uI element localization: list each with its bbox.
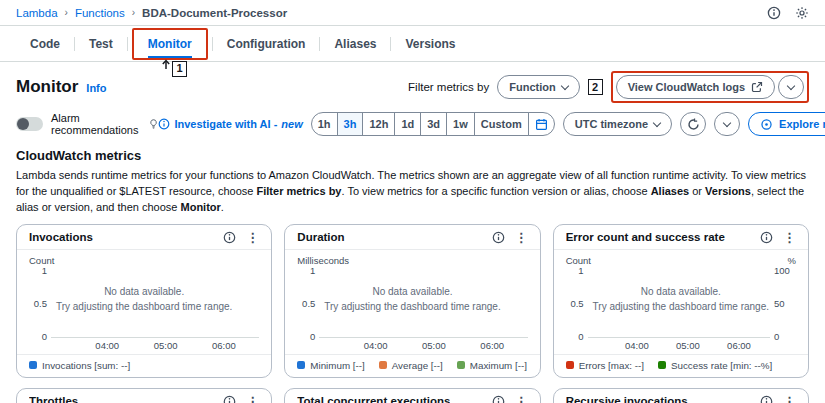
- info-icon[interactable]: [223, 231, 236, 244]
- tab-configuration[interactable]: Configuration: [213, 28, 320, 60]
- info-icon[interactable]: [223, 395, 236, 403]
- card-title: Error count and success rate: [566, 231, 725, 243]
- x-tick: 06:00: [727, 340, 751, 351]
- help-icon[interactable]: [767, 6, 781, 20]
- time-range-3h[interactable]: 3h: [337, 112, 364, 136]
- explore-related-button[interactable]: Explore related: [748, 112, 825, 136]
- time-range-control: 1h 3h 12h 1d 3d 1w Custom: [311, 112, 555, 136]
- x-tick: 05:00: [154, 340, 178, 351]
- legend-marker: [566, 361, 574, 369]
- section-description: Lambda sends runtime metrics for your fu…: [16, 168, 809, 216]
- annotation-number-2: 2: [588, 79, 603, 95]
- chevron-down-icon: [723, 118, 731, 126]
- refresh-dropdown-button[interactable]: [714, 112, 740, 136]
- card-title: Duration: [297, 231, 344, 243]
- alarm-recommendations-toggle[interactable]: [16, 117, 43, 131]
- tab-divider: [127, 37, 128, 51]
- legend-item[interactable]: Success rate [min: --%]: [658, 360, 772, 371]
- refresh-icon: [687, 118, 700, 131]
- chart-area: Milliseconds 1 0.5 0 No data available.T…: [285, 250, 539, 352]
- annotation-box-view-logs: View CloudWatch logs: [611, 71, 809, 103]
- filter-metrics-dropdown[interactable]: Function: [497, 75, 579, 99]
- explore-related-icon: [760, 118, 773, 131]
- x-tick: 04:00: [95, 340, 119, 351]
- tab-aliases[interactable]: Aliases: [320, 28, 390, 60]
- time-range-custom[interactable]: Custom: [474, 112, 529, 136]
- y-tick-right: 100: [774, 265, 796, 276]
- chart-area: Count 1 0.5 0 No data available.Try adju…: [17, 250, 271, 352]
- metric-card-total-concurrent-executions: Total concurrent executions ⋮ Count: [284, 388, 540, 403]
- calendar-icon: [535, 118, 548, 131]
- view-cloudwatch-logs-button[interactable]: View CloudWatch logs: [616, 75, 775, 99]
- metric-cards-row-1: Invocations ⋮ Count 1 0.5 0 No data avai…: [0, 224, 825, 378]
- chevron-down-icon: [653, 118, 661, 126]
- legend-item[interactable]: Errors [max: --]: [566, 360, 644, 371]
- tab-versions[interactable]: Versions: [391, 28, 469, 60]
- breadcrumb: Lambda › Functions › BDA-Document-Proces…: [16, 7, 287, 19]
- x-tick: 04:00: [625, 340, 649, 351]
- breadcrumb-functions[interactable]: Functions: [75, 7, 125, 19]
- kebab-menu-icon[interactable]: ⋮: [783, 395, 796, 403]
- kebab-menu-icon[interactable]: ⋮: [246, 231, 259, 244]
- settings-icon[interactable]: [795, 6, 809, 20]
- info-icon[interactable]: [760, 231, 773, 244]
- kebab-menu-icon[interactable]: ⋮: [246, 395, 259, 403]
- no-data-message: No data available.Try adjusting the dash…: [29, 284, 259, 314]
- chevron-down-icon: [560, 81, 568, 89]
- annotation-number-1: 1: [172, 61, 187, 77]
- kebab-menu-icon[interactable]: ⋮: [783, 231, 796, 244]
- time-range-3d[interactable]: 3d: [420, 112, 447, 136]
- time-range-1w[interactable]: 1w: [446, 112, 475, 136]
- y-tick: 1: [29, 265, 47, 276]
- refresh-button[interactable]: [680, 112, 706, 136]
- y-tick: 1: [297, 265, 315, 276]
- info-icon[interactable]: [760, 395, 773, 403]
- new-badge: new: [281, 118, 302, 130]
- tab-code[interactable]: Code: [16, 28, 74, 60]
- page-title: Monitor: [16, 77, 78, 97]
- investigate-with-ai-link[interactable]: Investigate with AI - new: [158, 118, 302, 130]
- legend-item[interactable]: Invocations [sum: --]: [29, 360, 130, 371]
- card-title: Total concurrent executions: [297, 395, 450, 403]
- view-logs-dropdown-button[interactable]: [778, 75, 804, 99]
- y-tick: 0: [297, 331, 315, 342]
- section-heading: CloudWatch metrics: [16, 148, 809, 163]
- top-navigation-bar: Lambda › Functions › BDA-Document-Proces…: [0, 0, 825, 26]
- timezone-dropdown[interactable]: UTC timezone: [563, 112, 672, 136]
- tab-monitor[interactable]: Monitor: [136, 30, 204, 58]
- info-link[interactable]: Info: [86, 82, 106, 94]
- legend-marker: [297, 361, 305, 369]
- metric-card-invocations: Invocations ⋮ Count 1 0.5 0 No data avai…: [16, 224, 272, 378]
- time-range-12h[interactable]: 12h: [362, 112, 395, 136]
- legend-marker: [29, 361, 37, 369]
- legend-item[interactable]: Maximum [--]: [457, 360, 527, 371]
- lightbulb-icon: [149, 117, 158, 131]
- chart-area: Count % 1 0.5 0 100 50 0 No data availab…: [554, 250, 808, 352]
- legend-item[interactable]: Minimum [--]: [297, 360, 364, 371]
- kebab-menu-icon[interactable]: ⋮: [515, 395, 528, 403]
- metric-card-recursive-invocations: Recursive invocations ⋮ Count: [553, 388, 809, 403]
- x-tick: 06:00: [212, 340, 236, 351]
- legend-marker: [379, 361, 387, 369]
- kebab-menu-icon[interactable]: ⋮: [515, 231, 528, 244]
- time-range-1d[interactable]: 1d: [394, 112, 421, 136]
- time-range-1h[interactable]: 1h: [311, 112, 338, 136]
- y-tick: 0: [566, 331, 584, 342]
- alarm-recommendations-label: Alarm recommendations: [51, 112, 141, 136]
- y-tick-right: 0: [774, 331, 796, 342]
- info-icon[interactable]: [492, 395, 505, 403]
- filter-metrics-label: Filter metrics by: [408, 81, 489, 93]
- info-icon[interactable]: [492, 231, 505, 244]
- legend-item[interactable]: Average [--]: [379, 360, 443, 371]
- x-tick: 05:00: [676, 340, 700, 351]
- no-data-message: No data available.Try adjusting the dash…: [566, 284, 796, 314]
- calendar-icon-button[interactable]: [528, 112, 555, 136]
- tab-test[interactable]: Test: [75, 28, 127, 60]
- breadcrumb-lambda[interactable]: Lambda: [16, 7, 58, 19]
- annotation-step-1: 1: [161, 61, 187, 77]
- legend-marker: [658, 361, 666, 369]
- metrics-toolbar: Alarm recommendations Investigate with A…: [0, 112, 825, 136]
- card-title: Recursive invocations: [566, 395, 688, 403]
- y-tick: 1: [566, 265, 584, 276]
- metric-card-throttles: Throttles ⋮ Count: [16, 388, 272, 403]
